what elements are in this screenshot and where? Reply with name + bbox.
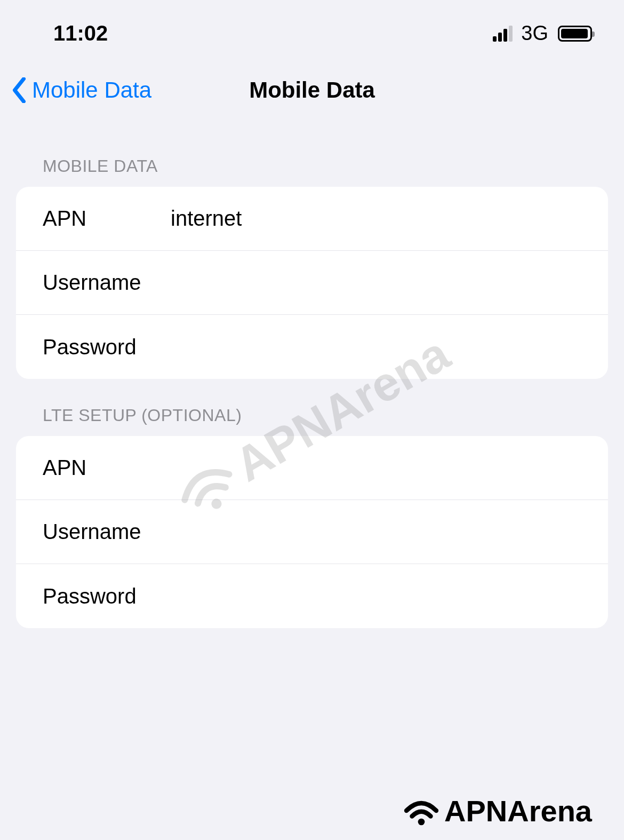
apn-row[interactable]: APN [16, 187, 608, 251]
status-bar: 11:02 3G [0, 0, 624, 56]
lte-password-input[interactable] [171, 584, 581, 608]
password-row[interactable]: Password [16, 315, 608, 379]
username-row[interactable]: Username [16, 251, 608, 315]
navigation-bar: Mobile Data Mobile Data [0, 56, 624, 135]
mobile-data-section-header: MOBILE DATA [0, 156, 624, 187]
lte-setup-section-header: LTE SETUP (OPTIONAL) [0, 406, 624, 436]
svg-point-1 [418, 819, 425, 826]
lte-username-row[interactable]: Username [16, 500, 608, 564]
chevron-back-icon [11, 77, 28, 103]
signal-icon [493, 26, 513, 42]
username-input[interactable] [171, 271, 581, 295]
footer-logo: APNArena [403, 792, 592, 829]
lte-password-row[interactable]: Password [16, 564, 608, 628]
back-label: Mobile Data [32, 77, 151, 103]
network-type: 3G [521, 22, 548, 45]
username-label: Username [43, 271, 171, 295]
lte-username-input[interactable] [171, 520, 581, 544]
page-title: Mobile Data [249, 77, 375, 103]
status-indicators: 3G [493, 22, 592, 45]
status-time: 11:02 [53, 21, 108, 45]
lte-username-label: Username [43, 520, 171, 544]
password-input[interactable] [171, 335, 581, 359]
password-label: Password [43, 335, 171, 359]
apn-input[interactable] [171, 207, 581, 231]
lte-password-label: Password [43, 584, 171, 608]
lte-apn-label: APN [43, 456, 171, 480]
lte-apn-input[interactable] [171, 456, 581, 480]
mobile-data-form-group: APN Username Password [16, 187, 608, 379]
lte-setup-form-group: APN Username Password [16, 436, 608, 628]
battery-icon [558, 26, 592, 42]
wifi-icon [403, 792, 440, 829]
back-button[interactable]: Mobile Data [11, 77, 151, 103]
lte-apn-row[interactable]: APN [16, 436, 608, 500]
apn-label: APN [43, 207, 171, 231]
